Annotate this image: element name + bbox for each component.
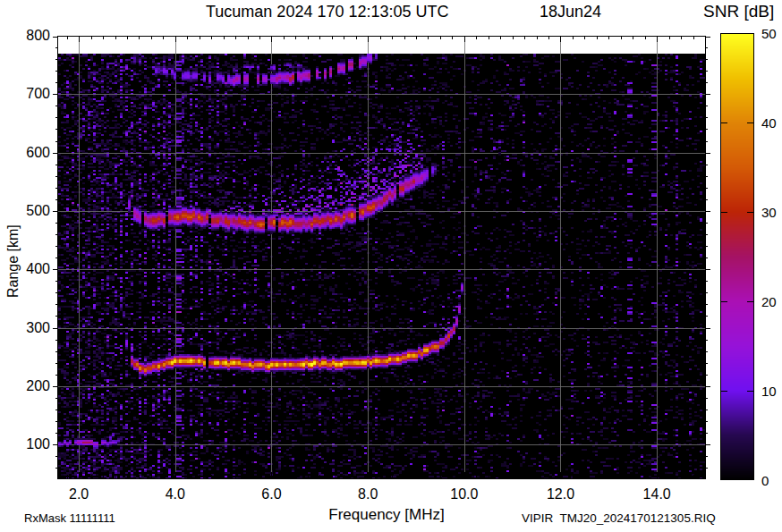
- y-tick-label: 600: [0, 145, 50, 161]
- colorbar-tick-label: 20: [761, 294, 777, 309]
- colorbar-tick-label: 0: [761, 473, 769, 488]
- x-tick-label: 10.0: [450, 486, 478, 502]
- x-tick-label: 8.0: [358, 486, 378, 502]
- ionogram-heatmap-canvas: [52, 36, 711, 484]
- y-tick-label: 200: [0, 378, 50, 394]
- y-tick-label: 500: [0, 203, 50, 219]
- y-tick-label: 400: [0, 261, 50, 277]
- ionogram-screen: Tucuman 2024 170 12:13:05 UTC 18Jun24 SN…: [0, 0, 782, 532]
- colorbar-tick-label: 10: [761, 384, 777, 399]
- colorbar-title: SNR [dB]: [703, 2, 774, 21]
- rxmask-label: RxMask 11111111: [24, 511, 115, 525]
- colorbar-tick-label: 40: [761, 115, 777, 131]
- y-tick-label: 800: [0, 28, 50, 44]
- y-tick-label: 300: [0, 320, 50, 336]
- colorbar-tick-label: 30: [761, 205, 777, 220]
- y-tick-label: 100: [0, 436, 50, 452]
- x-tick-label: 12.0: [547, 486, 574, 502]
- plot-date-label: 18Jun24: [540, 3, 601, 21]
- plot-title: Tucuman 2024 170 12:13:05 UTC: [206, 3, 449, 21]
- x-tick-label: 2.0: [69, 486, 89, 502]
- x-tick-label: 4.0: [166, 486, 185, 502]
- snr-colorbar-canvas: [720, 33, 754, 480]
- data-file-label: VIPIR TMJ20_2024170121305.RIQ: [522, 511, 716, 525]
- x-axis-label: Frequency [MHz]: [328, 506, 444, 524]
- x-tick-label: 14.0: [643, 486, 671, 502]
- y-tick-label: 700: [0, 86, 50, 102]
- x-tick-label: 6.0: [261, 486, 281, 502]
- colorbar-tick-label: 50: [761, 26, 777, 41]
